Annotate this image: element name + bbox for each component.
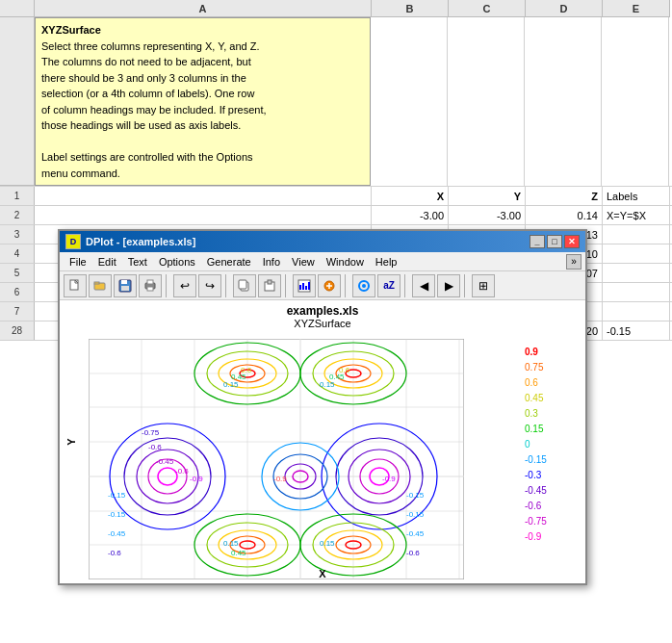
chart-settings-button[interactable] <box>293 274 316 297</box>
svg-text:0.15: 0.15 <box>223 539 239 548</box>
cell-c-2[interactable]: -3.00 <box>449 206 526 224</box>
legend-item: -0.9 <box>525 528 578 544</box>
cell-a-2[interactable] <box>35 206 372 224</box>
dplot-app-icon: D <box>65 234 81 249</box>
contour-svg: -0.75 -0.6 -0.45 -0.6 0.15 0.45 0.6 0.15… <box>89 339 464 579</box>
tooltip-line-1: Select three columns representing X, Y, … <box>41 39 259 55</box>
cell-e-1[interactable]: Labels <box>603 187 670 205</box>
legend-label: -0.45 <box>525 485 547 496</box>
cell-b-2[interactable]: -3.00 <box>372 206 449 224</box>
legend-item: -0.6 <box>525 498 578 513</box>
save-button[interactable] <box>114 274 137 297</box>
tooltip-line-7 <box>41 134 44 150</box>
row-num-28: 28 <box>0 322 35 340</box>
paste-button[interactable] <box>258 274 281 297</box>
svg-text:-0.15: -0.15 <box>108 510 126 519</box>
legend-label: -0.6 <box>525 501 541 511</box>
col-header-b[interactable]: B <box>372 0 449 17</box>
legend-label: 0.75 <box>525 362 543 373</box>
cell-e-2[interactable]: X=Y=$X <box>603 206 670 224</box>
cell-e-5[interactable] <box>603 264 670 282</box>
cell-d-1[interactable]: Z <box>526 187 603 205</box>
data-settings-button[interactable] <box>318 274 341 297</box>
cell-e-tooltip[interactable] <box>602 17 669 186</box>
expand-view-button[interactable]: ⊞ <box>472 274 495 297</box>
svg-text:-0.45: -0.45 <box>156 457 174 466</box>
legend-label: 0.6 <box>525 377 538 388</box>
tooltip-cell: XYZSurface Select three columns represen… <box>35 17 371 186</box>
prev-button[interactable]: ◀ <box>412 274 435 297</box>
cell-c-1[interactable]: Y <box>449 187 526 205</box>
row-num-3: 3 <box>0 225 35 244</box>
menu-window[interactable]: Window <box>321 254 370 270</box>
menu-edit[interactable]: Edit <box>92 254 122 270</box>
tooltip-line-6: those headings will be used as axis labe… <box>41 117 241 134</box>
menu-help[interactable]: Help <box>370 254 403 270</box>
row-num-7: 7 <box>0 302 35 321</box>
col-header-c[interactable]: C <box>449 0 526 17</box>
legend-label: -0.75 <box>525 516 547 527</box>
cell-d-2[interactable]: 0.14 <box>526 206 603 224</box>
redo-button[interactable]: ↪ <box>198 274 221 297</box>
minimize-button[interactable]: _ <box>530 235 545 248</box>
row-num-4: 4 <box>0 244 35 263</box>
cell-e-6[interactable] <box>603 283 670 301</box>
svg-text:-0.6: -0.6 <box>148 443 162 451</box>
new-button[interactable] <box>64 274 87 297</box>
legend-item: 0 <box>525 436 578 451</box>
cell-a-1[interactable] <box>35 187 372 205</box>
print-button[interactable] <box>139 274 162 297</box>
menu-options[interactable]: Options <box>153 254 201 270</box>
az-button[interactable]: aZ <box>377 274 401 297</box>
table-row: 1 X Y Z Labels <box>0 187 672 206</box>
expand-button[interactable]: » <box>566 254 582 270</box>
tooltip-row: XYZSurface Select three columns represen… <box>0 17 672 187</box>
open-button[interactable] <box>89 274 112 297</box>
svg-text:-0.15: -0.15 <box>108 491 126 500</box>
col-header-e[interactable]: E <box>603 0 670 17</box>
next-button[interactable]: ▶ <box>437 274 460 297</box>
svg-text:-0.45: -0.45 <box>108 529 126 538</box>
toolbar-sep-2 <box>225 274 229 297</box>
legend-item: -0.45 <box>525 482 578 498</box>
dplot-title: DPlot - [examples.xls] <box>86 236 530 247</box>
row-num-1: 1 <box>0 187 35 205</box>
toolbar-sep-5 <box>404 274 408 297</box>
close-button[interactable]: ✕ <box>564 235 580 248</box>
col-header-d[interactable]: D <box>526 0 603 17</box>
legend-label: 0.45 <box>525 393 543 403</box>
svg-text:-0.6: -0.6 <box>175 467 189 476</box>
tooltip-line-9: menu command. <box>41 166 120 182</box>
cell-e-28[interactable]: -0.15 <box>603 322 670 340</box>
cell-e-4[interactable] <box>603 244 670 263</box>
x-axis-label: X <box>319 568 325 579</box>
cell-c-tooltip[interactable] <box>448 17 525 186</box>
cell-d-tooltip[interactable] <box>525 17 602 186</box>
legend-label: 0 <box>525 439 530 450</box>
color-button[interactable] <box>352 274 375 297</box>
svg-text:-0.9: -0.9 <box>382 475 396 483</box>
col-header-a[interactable]: A <box>35 0 372 17</box>
row-num-tooltip <box>0 17 35 186</box>
copy-button[interactable] <box>233 274 256 297</box>
chart-plot-area[interactable]: -0.75 -0.6 -0.45 -0.6 0.15 0.45 0.6 0.15… <box>89 339 464 579</box>
menu-info[interactable]: Info <box>257 254 286 270</box>
svg-text:0.15: 0.15 <box>320 539 335 548</box>
menu-generate[interactable]: Generate <box>201 254 257 270</box>
maximize-button[interactable]: □ <box>547 235 562 248</box>
menu-text[interactable]: Text <box>122 254 153 270</box>
toolbar-sep-4 <box>345 274 349 297</box>
menu-file[interactable]: File <box>64 254 92 270</box>
svg-text:-0.75: -0.75 <box>142 428 160 437</box>
menu-view[interactable]: View <box>286 254 321 270</box>
legend-label: 0.3 <box>525 408 538 419</box>
cell-b-1[interactable]: X <box>372 187 449 205</box>
svg-text:-0.45: -0.45 <box>406 529 425 538</box>
undo-button[interactable]: ↩ <box>173 274 196 297</box>
legend-label: 0.15 <box>525 424 543 434</box>
tooltip-title: XYZSurface <box>41 22 101 39</box>
cell-e-3[interactable] <box>603 225 670 244</box>
tooltip-line-5: of column headings may be included. If p… <box>41 102 267 118</box>
dplot-window: D DPlot - [examples.xls] _ □ ✕ File Edit… <box>58 229 587 585</box>
cell-b-tooltip[interactable] <box>371 17 448 186</box>
